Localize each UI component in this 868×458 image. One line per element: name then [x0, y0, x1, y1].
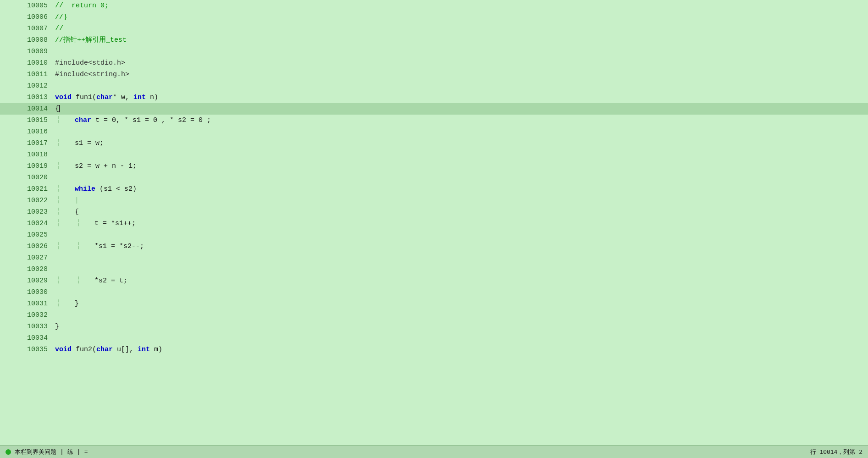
line-content: void fun1(char* w, int n): [55, 92, 868, 103]
code-line: 10012: [0, 80, 868, 92]
line-number: 10012: [0, 80, 55, 92]
code-line: 10016: [0, 126, 868, 138]
code-line: 10025: [0, 229, 868, 241]
line-number: 10031: [0, 298, 55, 309]
line-number: 10010: [0, 57, 55, 69]
code-line: 10017╎ s1 = w;: [0, 138, 868, 149]
status-position: 行 10014，列第 2: [810, 449, 862, 456]
code-line: 10032: [0, 309, 868, 321]
line-number: 10020: [0, 172, 55, 183]
line-content: ╎ |: [55, 195, 868, 206]
code-line: 10015╎ char t = 0, * s1 = 0 , * s2 = 0 ;: [0, 115, 868, 126]
line-content: ╎ {: [55, 206, 868, 218]
code-line: 10006//}: [0, 11, 868, 23]
line-number: 10026: [0, 241, 55, 252]
line-content: // return 0;: [55, 0, 868, 11]
line-number: 10021: [0, 183, 55, 195]
code-line: 10022╎ |: [0, 195, 868, 206]
line-number: 10023: [0, 206, 55, 218]
code-line: 10009: [0, 46, 868, 57]
status-bar: 本栏到界美问题 | 练 | = 行 10014，列第 2: [0, 445, 868, 458]
line-number: 10007: [0, 23, 55, 34]
code-line: 10021╎ while (s1 < s2): [0, 183, 868, 195]
status-extra: =: [84, 448, 88, 455]
code-line: 10010#include<stdio.h>: [0, 57, 868, 69]
code-line: 10005// return 0;: [0, 0, 868, 11]
line-content: }: [55, 321, 868, 332]
status-left: 本栏到界美问题 | 练 | =: [6, 448, 88, 456]
code-area[interactable]: 10005// return 0;10006//}10007//10008//指…: [0, 0, 868, 445]
code-line: 10033}: [0, 321, 868, 332]
code-line: 10007//: [0, 23, 868, 34]
code-line: 10029╎ ╎ *s2 = t;: [0, 275, 868, 287]
code-line: 10018: [0, 149, 868, 160]
editor-container: 10005// return 0;10006//}10007//10008//指…: [0, 0, 868, 458]
line-content: #include<stdio.h>: [55, 57, 868, 69]
line-number: 10022: [0, 195, 55, 206]
line-content: ╎ char t = 0, * s1 = 0 , * s2 = 0 ;: [55, 115, 868, 126]
line-content: ╎ s1 = w;: [55, 138, 868, 149]
line-content: //指针++解引用_test: [55, 34, 868, 46]
code-line: 10027: [0, 252, 868, 264]
line-number: 10013: [0, 92, 55, 103]
line-number: 10028: [0, 264, 55, 275]
code-line: 10020: [0, 172, 868, 183]
code-line: 10031╎ }: [0, 298, 868, 309]
text-cursor: [59, 105, 60, 112]
line-number: 10032: [0, 309, 55, 321]
line-number: 10017: [0, 138, 55, 149]
line-number: 10025: [0, 229, 55, 241]
line-number: 10018: [0, 149, 55, 160]
line-number: 10035: [0, 344, 55, 355]
line-content: ╎ ╎ *s2 = t;: [55, 275, 868, 287]
status-right: 行 10014，列第 2: [810, 448, 862, 456]
line-number: 10011: [0, 69, 55, 80]
line-content: ╎ ╎ *s1 = *s2--;: [55, 241, 868, 252]
status-indicator: [6, 449, 11, 455]
line-number: 10033: [0, 321, 55, 332]
status-separator1: |: [60, 448, 64, 455]
line-content: ╎ while (s1 < s2): [55, 183, 868, 195]
line-number: 10009: [0, 46, 55, 57]
code-line: 10026╎ ╎ *s1 = *s2--;: [0, 241, 868, 252]
line-number: 10016: [0, 126, 55, 138]
line-content: {: [55, 103, 868, 115]
line-number: 10006: [0, 11, 55, 23]
line-content: ╎ }: [55, 298, 868, 309]
line-number: 10005: [0, 0, 55, 11]
code-line: 10023╎ {: [0, 206, 868, 218]
line-content: void fun2(char u[], int m): [55, 344, 868, 355]
code-line: 10011#include<string.h>: [0, 69, 868, 80]
line-number: 10019: [0, 160, 55, 172]
line-content: ╎ s2 = w + n - 1;: [55, 160, 868, 172]
code-line: 10014{: [0, 103, 868, 115]
code-line: 10013void fun1(char* w, int n): [0, 92, 868, 103]
line-number: 10027: [0, 252, 55, 264]
code-line: 10019╎ s2 = w + n - 1;: [0, 160, 868, 172]
code-line: 10028: [0, 264, 868, 275]
line-content: //: [55, 23, 868, 34]
line-number: 10014: [0, 103, 55, 115]
line-content: #include<string.h>: [55, 69, 868, 80]
line-number: 10034: [0, 332, 55, 344]
line-number: 10015: [0, 115, 55, 126]
status-separator2: |: [77, 448, 81, 455]
line-number: 10024: [0, 218, 55, 229]
line-number: 10030: [0, 287, 55, 298]
line-number: 10008: [0, 34, 55, 46]
code-line: 10035void fun2(char u[], int m): [0, 344, 868, 355]
code-line: 10030: [0, 287, 868, 298]
code-line: 10034: [0, 332, 868, 344]
status-mode: 练: [67, 448, 73, 456]
line-content: ╎ ╎ t = *s1++;: [55, 218, 868, 229]
line-number: 10029: [0, 275, 55, 287]
code-line: 10008//指针++解引用_test: [0, 34, 868, 46]
code-line: 10024╎ ╎ t = *s1++;: [0, 218, 868, 229]
status-message: 本栏到界美问题: [15, 448, 56, 456]
line-content: //}: [55, 11, 868, 23]
